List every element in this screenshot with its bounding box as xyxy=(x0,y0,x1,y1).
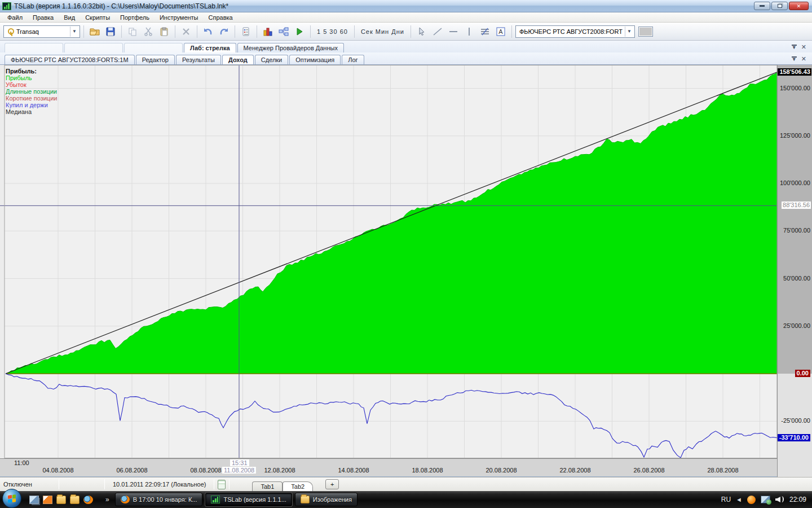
scissors-icon xyxy=(144,27,153,36)
menu-item-Вид[interactable]: Вид xyxy=(59,14,80,21)
fib-levels-tool-button[interactable] xyxy=(478,24,492,39)
taskbar-button[interactable]: TSLab (версия 1.1.1... xyxy=(205,493,292,506)
folder-icon[interactable] xyxy=(56,496,66,504)
connection-combo[interactable]: Transaq ▼ xyxy=(3,25,80,38)
paste-button[interactable] xyxy=(157,24,171,39)
window-controls: ✕ xyxy=(754,2,810,10)
y-axis-lower-bg xyxy=(777,374,812,477)
vertical-line-tool-button[interactable] xyxy=(462,24,476,39)
redo-button[interactable] xyxy=(217,24,231,39)
tab-list-icon[interactable]: ▼ xyxy=(792,56,797,62)
quicklaunch-app-icon[interactable] xyxy=(43,496,52,504)
equity-value-label: 158'506.43 xyxy=(778,68,811,76)
cut-button[interactable] xyxy=(141,24,156,39)
menu-item-Скрипты[interactable]: Скрипты xyxy=(80,14,115,21)
menu-item-Портфель[interactable]: Портфель xyxy=(115,14,155,21)
quick-launch-overflow-chevron[interactable]: » xyxy=(105,496,109,503)
legend-item: Медиана xyxy=(6,108,57,115)
ghost-tab[interactable] xyxy=(124,43,183,52)
folder-icon[interactable] xyxy=(70,496,80,504)
close-tab-icon[interactable]: ✕ xyxy=(801,55,806,63)
menu-item-Правка[interactable]: Правка xyxy=(28,14,59,21)
text-label-tool-button[interactable]: A xyxy=(493,24,508,39)
script-icon xyxy=(241,27,250,36)
bottom-tab-Tab1[interactable]: Tab1 xyxy=(252,481,283,491)
separator xyxy=(83,25,84,38)
volume-icon[interactable] xyxy=(775,496,784,503)
instrument-combo[interactable]: ФЬЮЧЕРС РТС АВГУСТ2008:FORTS ▼ xyxy=(515,25,635,38)
workspace-tab[interactable]: Лаб: стрелка xyxy=(184,43,236,52)
restore-button[interactable] xyxy=(771,2,788,10)
firefox-icon[interactable] xyxy=(83,496,93,504)
close-button[interactable]: ✕ xyxy=(789,2,809,10)
y-axis-label: 25'000.00 xyxy=(783,322,810,330)
undo-icon xyxy=(203,27,213,36)
trend-line-icon xyxy=(433,28,442,36)
separator xyxy=(257,25,257,38)
network-icon[interactable] xyxy=(761,496,770,503)
save-icon xyxy=(106,27,115,36)
interval-unit-buttons[interactable]: Сек Мин Дни xyxy=(358,28,407,35)
trend-line-tool-button[interactable] xyxy=(430,24,445,39)
horizontal-line-tool-button[interactable] xyxy=(446,24,461,39)
redo-icon xyxy=(219,27,229,36)
ghost-tab[interactable] xyxy=(5,43,63,52)
save-button[interactable] xyxy=(103,24,118,39)
x-axis-time-label: 11:00 xyxy=(14,459,29,466)
menu-item-Файл[interactable]: Файл xyxy=(2,14,28,21)
taskbar-clock[interactable]: 22:09 xyxy=(789,496,806,503)
show-desktop-icon[interactable] xyxy=(29,496,39,504)
crosshair-date-label: 11.08.2008 xyxy=(222,467,256,474)
document-tab[interactable]: Доход xyxy=(222,55,254,64)
delete-button[interactable] xyxy=(179,24,193,39)
document-tab[interactable]: Результаты xyxy=(176,55,221,64)
profit-chart-plot[interactable] xyxy=(0,65,777,458)
separator xyxy=(411,25,411,38)
crosshair-time-label: 15:31 xyxy=(230,459,249,466)
copy-button[interactable] xyxy=(125,24,140,39)
cursor-tool-button[interactable] xyxy=(414,24,429,39)
quick-launch xyxy=(29,496,93,504)
status-datetime: 10.01.2011 22:09:17 (Локальное) xyxy=(108,481,210,488)
tray-collapse-arrow-icon[interactable]: ◄ xyxy=(736,496,742,503)
open-button[interactable] xyxy=(87,24,102,39)
workspace-tab[interactable]: Менеджер Провайдеров Данных xyxy=(237,43,344,52)
tray-app-icon[interactable] xyxy=(747,496,756,504)
flowchart-button[interactable] xyxy=(276,24,291,39)
menu-item-Справка[interactable]: Справка xyxy=(204,14,238,21)
open-folder-icon xyxy=(90,27,100,36)
color-swatch-button[interactable] xyxy=(636,24,655,39)
add-tab-button[interactable]: + xyxy=(325,479,339,489)
chevron-down-icon[interactable]: ▼ xyxy=(625,27,633,37)
y-axis-label: 150'000.00 xyxy=(780,85,810,92)
document-tab[interactable]: Сделки xyxy=(255,55,289,64)
document-tab[interactable]: Лог xyxy=(342,55,364,64)
interval-buttons[interactable]: 1 5 30 60 xyxy=(314,28,351,35)
undo-button[interactable] xyxy=(201,24,215,39)
notes-icon[interactable] xyxy=(218,480,226,489)
task-buttons: В 17:00 10 января: К...TSLab (версия 1.1… xyxy=(115,493,360,506)
run-button[interactable] xyxy=(292,24,307,39)
language-indicator[interactable]: RU xyxy=(721,496,731,503)
chevron-down-icon[interactable]: ▼ xyxy=(70,27,78,37)
workspace-tab-row: Лаб: стрелкаМенеджер Провайдеров Данных … xyxy=(0,41,812,52)
taskbar-button[interactable]: Изображения xyxy=(295,493,358,506)
document-tab[interactable]: Редактор xyxy=(136,55,175,64)
play-icon xyxy=(295,28,303,36)
separator xyxy=(59,479,59,489)
close-tab-icon[interactable]: ✕ xyxy=(801,43,806,51)
document-tab[interactable]: ФЬЮЧЕРС РТС АВГУСТ2008:FORTS:1М xyxy=(5,55,135,64)
document-tab[interactable]: Оптимизация xyxy=(289,55,341,64)
ghost-tab[interactable] xyxy=(64,43,123,52)
delete-x-icon xyxy=(182,28,190,36)
start-button[interactable] xyxy=(2,489,21,508)
minimize-button[interactable] xyxy=(754,2,770,10)
charts-button[interactable] xyxy=(261,24,275,39)
menu-item-Инструменты[interactable]: Инструменты xyxy=(155,14,204,21)
x-axis-label: 04.08.2008 xyxy=(42,467,73,474)
bottom-tab-Tab2[interactable]: Tab2 xyxy=(283,481,313,491)
taskbar-button[interactable]: В 17:00 10 января: К... xyxy=(115,493,203,506)
tab-list-icon[interactable]: ▼ xyxy=(792,45,797,50)
x-axis-label: 28.08.2008 xyxy=(707,467,738,474)
script-button[interactable] xyxy=(239,24,253,39)
